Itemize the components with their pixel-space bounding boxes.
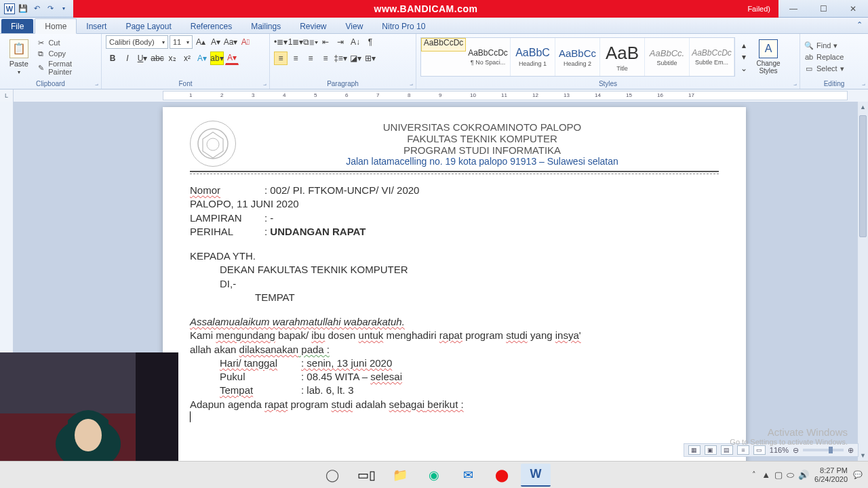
zoom-out-button[interactable]: ⊖	[793, 446, 799, 455]
task-view-button[interactable]: ▭▯	[351, 464, 381, 487]
bandicam-record-icon[interactable]: ⬤	[487, 464, 517, 487]
font-size-select[interactable]: 11▾	[170, 35, 193, 49]
tab-mailings[interactable]: Mailings	[241, 19, 290, 33]
multilevel-icon[interactable]: ⧉≣▾	[304, 35, 317, 49]
gallery-more-icon[interactable]: ⌄	[739, 63, 749, 74]
grow-font-icon[interactable]: A▴	[194, 35, 208, 49]
strikethrough-button[interactable]: abc	[151, 52, 164, 65]
clock[interactable]: 8:27 PM 6/24/2020	[814, 466, 848, 483]
close-button[interactable]: ✕	[838, 0, 868, 18]
ruler-corner[interactable]: L	[0, 89, 14, 102]
underline-button[interactable]: U▾	[136, 52, 149, 65]
mail-icon[interactable]: ✉	[453, 464, 483, 487]
gallery-up-icon[interactable]: ▴	[739, 40, 749, 51]
tab-references[interactable]: References	[181, 19, 241, 33]
word-taskbar-icon[interactable]: W	[521, 464, 551, 487]
line-spacing-icon[interactable]: ‡≡▾	[334, 52, 347, 65]
letterhead-faculty: FAKULTAS TEKNIK KOMPUTER	[245, 133, 719, 144]
bandicam-watermark: www.BANDICAM.com	[374, 3, 478, 14]
align-right-button[interactable]: ≡	[304, 52, 317, 65]
file-explorer-icon[interactable]: 📁	[385, 464, 415, 487]
scroll-thumb[interactable]	[859, 115, 867, 237]
styles-group-label: Styles	[416, 80, 800, 89]
shading-icon[interactable]: ◪▾	[349, 52, 362, 65]
style-heading-2[interactable]: AaBbCcHeading 2	[555, 38, 600, 76]
zoom-slider[interactable]	[803, 449, 844, 451]
scroll-down-icon[interactable]: ▼	[858, 450, 868, 461]
gallery-down-icon[interactable]: ▾	[739, 52, 749, 62]
wifi-icon[interactable]: ⬭	[787, 470, 794, 481]
tab-file[interactable]: File	[1, 19, 33, 33]
battery-icon[interactable]: ▢	[774, 470, 783, 481]
align-center-button[interactable]: ≡	[289, 52, 302, 65]
qat-more-icon[interactable]: ▾	[58, 3, 69, 14]
horizontal-ruler[interactable]: 1234567891011121314151617	[14, 89, 868, 102]
tray-chevron-icon[interactable]: ˄	[752, 470, 756, 479]
undo-icon[interactable]: ↶	[31, 3, 42, 14]
bold-button[interactable]: B	[106, 52, 119, 65]
view-fullscreen-icon[interactable]: ▣	[705, 445, 717, 455]
start-button[interactable]: ◯	[317, 464, 347, 487]
tab-page-layout[interactable]: Page Layout	[116, 19, 180, 33]
view-draft-icon[interactable]: ▭	[753, 445, 766, 455]
minimize-button[interactable]: —	[778, 0, 808, 18]
change-case-icon[interactable]: Aa▾	[224, 35, 237, 49]
redo-icon[interactable]: ↷	[45, 3, 56, 14]
tab-review[interactable]: Review	[290, 19, 336, 33]
decrease-indent-icon[interactable]: ⇤	[319, 35, 332, 49]
notifications-icon[interactable]: 💬	[853, 470, 863, 479]
justify-button[interactable]: ≡	[319, 52, 332, 65]
tab-home[interactable]: Home	[35, 18, 77, 34]
tab-view[interactable]: View	[336, 19, 373, 33]
subscript-button[interactable]: x₂	[165, 52, 179, 65]
style---no-spaci---[interactable]: AaBbCcDc¶ No Spaci...	[466, 38, 511, 76]
superscript-button[interactable]: x²	[180, 52, 194, 65]
style---normal[interactable]: AaBbCcDc¶ Normal	[421, 38, 466, 52]
tab-insert[interactable]: Insert	[77, 19, 116, 33]
borders-icon[interactable]: ⊞▾	[363, 52, 377, 65]
ribbon-minimize-icon[interactable]: ⌃	[856, 20, 863, 29]
numbering-icon[interactable]: 1≣▾	[289, 35, 302, 49]
lampiran-label: LAMPIRAN	[190, 211, 264, 225]
style-subtle-em---[interactable]: AaBbCcDcSubtle Em...	[690, 38, 734, 76]
scroll-up-icon[interactable]: ▲	[858, 102, 868, 113]
view-print-layout-icon[interactable]: ▦	[688, 445, 701, 455]
taskbar: ◯ ▭▯ 📁 ◉ ✉ ⬤ W ˄ ▲ ▢ ⬭ 🔊 8:27 PM 6/24/20…	[0, 461, 868, 488]
document-page[interactable]: UNIVERSITAS COKROAMINOTO PALOPO FAKULTAS…	[163, 107, 746, 461]
bullets-icon[interactable]: •≣▾	[274, 35, 288, 49]
copy-button[interactable]: ⧉Copy	[36, 49, 97, 58]
view-outline-icon[interactable]: ≡	[737, 445, 749, 455]
change-styles-button[interactable]: A Change Styles	[751, 36, 785, 78]
format-painter-button[interactable]: ✎Format Painter	[36, 60, 97, 76]
styles-gallery[interactable]: AaBbCcDc¶ NormalAaBbCcDc¶ No Spaci...AaB…	[420, 37, 735, 77]
sort-icon[interactable]: A↓	[349, 35, 362, 49]
clear-formatting-icon[interactable]: A⃠	[239, 35, 252, 49]
italic-button[interactable]: I	[121, 52, 134, 65]
cut-button[interactable]: ✂Cut	[36, 38, 97, 47]
find-button[interactable]: 🔍Find ▾	[804, 41, 844, 50]
font-color-icon[interactable]: A▾	[225, 52, 239, 65]
style-heading-1[interactable]: AaBbCHeading 1	[511, 38, 555, 76]
increase-indent-icon[interactable]: ⇥	[334, 35, 347, 49]
tab-nitro[interactable]: Nitro Pro 10	[372, 19, 435, 33]
ribbon-tabs: File Home Insert Page Layout References …	[0, 18, 868, 34]
volume-icon[interactable]: 🔊	[798, 470, 809, 481]
text-effects-icon[interactable]: A▾	[195, 52, 209, 65]
style-title[interactable]: AaBTitle	[600, 38, 645, 76]
maximize-button[interactable]: ☐	[808, 0, 838, 18]
select-button[interactable]: ▭Select ▾	[804, 64, 844, 73]
zoom-in-button[interactable]: ⊕	[848, 446, 854, 455]
font-name-select[interactable]: Calibri (Body)▾	[106, 35, 168, 49]
show-marks-icon[interactable]: ¶	[363, 35, 377, 49]
view-web-icon[interactable]: ▤	[721, 445, 733, 455]
style-subtitle[interactable]: AaBbCc.Subtitle	[645, 38, 690, 76]
shrink-font-icon[interactable]: A▾	[209, 35, 222, 49]
vertical-scrollbar[interactable]: ▲ ▼	[857, 102, 868, 461]
align-left-button[interactable]: ≡	[274, 52, 288, 65]
save-icon[interactable]: 💾	[18, 3, 28, 14]
highlight-icon[interactable]: ab▾	[210, 52, 224, 65]
paste-button[interactable]: 📋 Paste ▾	[4, 36, 33, 78]
replace-button[interactable]: abReplace	[804, 52, 844, 62]
network-icon[interactable]: ▲	[762, 470, 770, 481]
edge-icon[interactable]: ◉	[419, 464, 449, 487]
